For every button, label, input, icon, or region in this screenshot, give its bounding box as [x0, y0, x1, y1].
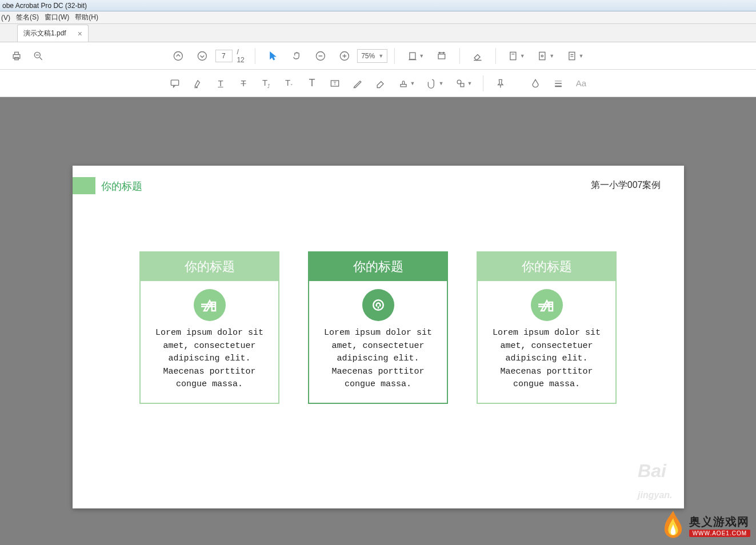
chevron-down-icon: ▼: [378, 53, 383, 59]
text-tool[interactable]: T: [301, 73, 323, 94]
pdf-page: 你的标题 第一小学007案例 你的标题 Lorem ipsum dolor si…: [73, 166, 684, 508]
select-tool[interactable]: [262, 45, 284, 67]
card-1-title: 你的标题: [141, 253, 278, 281]
chevron-down-icon: ▼: [410, 81, 415, 86]
attach-tool[interactable]: ▼: [421, 78, 449, 89]
chevron-down-icon: ▼: [439, 81, 444, 86]
chevron-down-icon: ▼: [579, 53, 584, 59]
find-button[interactable]: [27, 45, 49, 67]
svg-rect-24: [569, 52, 575, 59]
pencil-tool[interactable]: [347, 73, 369, 94]
shapes-tool[interactable]: ▼: [450, 78, 477, 89]
card-1-icon: [141, 281, 278, 327]
font-tool[interactable]: Aa: [570, 73, 592, 94]
color-tool[interactable]: [525, 73, 546, 94]
separator: [255, 48, 255, 64]
card-2-title: 你的标题: [309, 253, 447, 281]
separator: [459, 48, 460, 64]
watermark: Bai jingyan.: [638, 460, 672, 503]
svg-point-18: [443, 52, 445, 53]
hand-tool[interactable]: [286, 45, 308, 67]
tab-label: 演示文稿1.pdf: [23, 29, 66, 38]
separator: [483, 75, 483, 91]
svg-rect-15: [438, 54, 445, 58]
slide-title: 你的标题: [101, 179, 142, 193]
svg-rect-27: [171, 80, 178, 85]
card-2-icon: [309, 281, 447, 327]
main-toolbar: / 12 75%▼ ▼ ▼ ▼ ▼: [0, 42, 756, 70]
svg-rect-31: [401, 84, 406, 86]
card-3-title: 你的标题: [478, 253, 615, 281]
menu-window[interactable]: 窗口(W): [45, 13, 69, 22]
stamp-tool[interactable]: ▼: [393, 78, 420, 89]
site-logo-overlay: 奥义游戏网 WWW.AOE1.COM: [661, 510, 750, 542]
textbox-tool[interactable]: T: [324, 73, 346, 94]
chevron-down-icon: ▼: [549, 53, 554, 59]
eraser-tool[interactable]: [467, 45, 489, 67]
card-3-body: Lorem ipsum dolor sit amet, consectetuer…: [478, 327, 615, 403]
chevron-down-icon: ▼: [467, 81, 473, 86]
insert-text-tool[interactable]: T˅: [278, 73, 300, 94]
page-number-input[interactable]: [215, 50, 232, 62]
svg-point-6: [174, 51, 183, 60]
flame-icon: [661, 510, 686, 542]
replace-text-tool[interactable]: T⤴: [255, 73, 277, 94]
page-total: / 12: [237, 48, 248, 64]
page-up-button[interactable]: [167, 45, 189, 67]
svg-rect-33: [461, 83, 464, 87]
svg-line-4: [40, 57, 42, 59]
close-tab-icon[interactable]: ×: [78, 29, 82, 38]
svg-rect-20: [510, 52, 516, 59]
tabbar: 演示文稿1.pdf ×: [0, 24, 756, 42]
underline-tool[interactable]: T: [210, 73, 231, 94]
page-tool-1[interactable]: ▼: [503, 50, 530, 62]
separator: [394, 48, 395, 64]
card-2: 你的标题 Lorem ipsum dolor sit amet, consect…: [308, 251, 448, 404]
page-tool-3[interactable]: ▼: [561, 50, 588, 62]
app-title: obe Acrobat Pro DC (32-bit): [2, 2, 87, 10]
svg-point-17: [439, 52, 441, 53]
document-tab[interactable]: 演示文稿1.pdf ×: [17, 25, 89, 42]
menubar: (V) 签名(S) 窗口(W) 帮助(H): [0, 11, 756, 24]
zoom-in-button[interactable]: [334, 45, 355, 67]
menu-sign[interactable]: 签名(S): [16, 13, 39, 22]
document-viewport[interactable]: 你的标题 第一小学007案例 你的标题 Lorem ipsum dolor si…: [0, 97, 756, 545]
line-weight-tool[interactable]: [547, 73, 569, 94]
pin-tool[interactable]: [489, 73, 511, 94]
menu-view[interactable]: (V): [1, 14, 10, 22]
eraser-tool-2[interactable]: [370, 73, 391, 94]
svg-rect-13: [409, 53, 415, 59]
cards-row: 你的标题 Lorem ipsum dolor sit amet, consect…: [73, 251, 684, 404]
zoom-select[interactable]: 75%▼: [357, 49, 387, 63]
site-url: WWW.AOE1.COM: [689, 530, 750, 537]
svg-point-23: [541, 55, 543, 57]
page-down-button[interactable]: [191, 45, 213, 67]
svg-rect-1: [15, 52, 19, 54]
title-accent-block: [73, 177, 95, 194]
zoom-out-button[interactable]: [310, 45, 331, 67]
svg-text:T: T: [333, 81, 336, 86]
card-3: 你的标题 Lorem ipsum dolor sit amet, consect…: [477, 251, 617, 404]
slide-case-label: 第一小学007案例: [591, 179, 661, 191]
separator: [495, 48, 496, 64]
chevron-down-icon: ▼: [520, 53, 525, 59]
comment-toolbar: T T T⤴ T˅ T T ▼ ▼ ▼ Aa: [0, 70, 756, 97]
menu-help[interactable]: 帮助(H): [75, 13, 98, 22]
highlight-tool[interactable]: [187, 73, 209, 94]
fit-width-button[interactable]: ▼: [402, 50, 429, 62]
card-1: 你的标题 Lorem ipsum dolor sit amet, consect…: [139, 251, 279, 404]
site-name: 奥义游戏网: [689, 514, 750, 530]
print-button[interactable]: [6, 45, 27, 67]
card-1-body: Lorem ipsum dolor sit amet, consectetuer…: [141, 327, 278, 403]
svg-rect-22: [539, 52, 545, 59]
svg-point-7: [198, 51, 206, 60]
strikethrough-tool[interactable]: T: [233, 73, 254, 94]
page-tool-2[interactable]: ▼: [532, 50, 559, 62]
chevron-down-icon: ▼: [419, 53, 424, 59]
card-2-body: Lorem ipsum dolor sit amet, consectetuer…: [309, 327, 447, 403]
page-display-button[interactable]: [431, 45, 453, 67]
card-3-icon: [478, 281, 615, 327]
comment-icon[interactable]: [164, 73, 186, 94]
zoom-value: 75%: [361, 52, 375, 60]
window-titlebar: obe Acrobat Pro DC (32-bit): [0, 0, 756, 11]
